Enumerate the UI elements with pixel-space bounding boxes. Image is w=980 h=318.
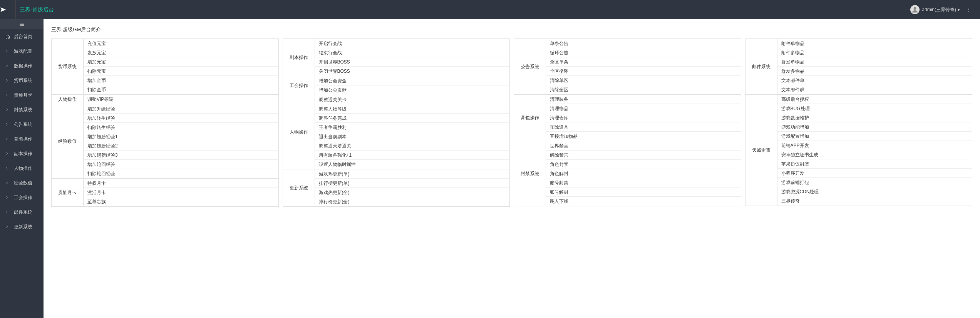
sidebar-item-6[interactable]: 公告系统	[0, 117, 44, 132]
feature-item[interactable]: 关闭世界BOSS	[315, 67, 510, 76]
feature-item[interactable]: 增加元宝	[84, 57, 279, 67]
feature-item[interactable]: 全区循环	[546, 67, 741, 76]
sidebar-item-12[interactable]: 邮件系统	[0, 205, 44, 219]
feature-item[interactable]: 附件多物品	[777, 48, 973, 57]
group-label: 货币系统	[51, 39, 84, 94]
feature-item[interactable]: 游戏功能增加	[777, 122, 973, 132]
feature-item[interactable]: 充值元宝	[84, 39, 279, 48]
chevron-right-icon	[5, 196, 11, 199]
feature-item[interactable]: 循环公告	[546, 48, 741, 57]
sidebar-item-10[interactable]: 经验数值	[0, 176, 44, 190]
feature-item[interactable]: 增加公会资金	[315, 76, 510, 85]
feature-item[interactable]: 清理装备	[546, 95, 741, 104]
feature-item[interactable]: 调整VIP等级	[84, 95, 279, 104]
sidebar-item-0[interactable]: 后台首页	[0, 29, 44, 44]
feature-item[interactable]: 排行榜更新(全)	[315, 197, 510, 206]
feature-item[interactable]: 踢人下线	[546, 197, 741, 206]
feature-item[interactable]: 扣除元宝	[84, 67, 279, 76]
feature-item[interactable]: 游戏数据维护	[777, 113, 973, 122]
sidebar-item-1[interactable]: 游戏配置	[0, 44, 44, 59]
feature-item[interactable]: 游戏BUG处理	[777, 104, 973, 113]
feature-item[interactable]: 全区单条	[546, 57, 741, 67]
user-dropdown-icon[interactable]: ▾	[958, 8, 960, 12]
feature-item[interactable]: 游戏资源CDN处理	[777, 187, 973, 196]
sidebar-item-7[interactable]: 背包操作	[0, 132, 44, 146]
sidebar-item-label: 工会操作	[14, 194, 32, 201]
feature-item[interactable]: 激活月卡	[84, 188, 279, 197]
feature-item[interactable]: 群发多物品	[777, 67, 973, 76]
feature-item[interactable]: 前端APP开发	[777, 141, 973, 150]
feature-item[interactable]: 清理仓库	[546, 113, 741, 122]
feature-item[interactable]: 王者争霸胜利	[315, 123, 510, 132]
sidebar-item-4[interactable]: 贵族月卡	[0, 88, 44, 102]
feature-item[interactable]: 调整人物等级	[315, 104, 510, 114]
feature-item[interactable]: 调整通天塔通关	[315, 141, 510, 151]
feature-item[interactable]: 文本邮件群	[777, 85, 973, 94]
feature-item[interactable]: 角色封禁	[546, 160, 741, 169]
sidebar-item-11[interactable]: 工会操作	[0, 190, 44, 205]
feature-item[interactable]: 排行榜更新(单)	[315, 179, 510, 188]
sidebar-collapse-button[interactable]	[0, 19, 44, 29]
feature-item[interactable]: 增加转生经验	[84, 114, 279, 123]
group-label: 贵族月卡	[51, 179, 84, 206]
feature-item[interactable]: 三界传奇	[777, 196, 973, 206]
group-label: 人物操作	[283, 95, 315, 169]
avatar[interactable]	[910, 5, 920, 14]
feature-item[interactable]: 特权月卡	[84, 179, 279, 188]
feature-item[interactable]: 扣除轮回经验	[84, 169, 279, 178]
feature-item[interactable]: 开启世界BOSS	[315, 57, 510, 67]
sidebar-item-2[interactable]: 数据操作	[0, 59, 44, 73]
chevron-right-icon	[5, 79, 11, 82]
feature-item[interactable]: 清除全区	[546, 85, 741, 94]
feature-item[interactable]: 增加翅膀经验3	[84, 151, 279, 160]
feature-item[interactable]: 清除单区	[546, 76, 741, 85]
feature-item[interactable]: 扣除转生经验	[84, 123, 279, 132]
feature-item[interactable]: 安卓独立证书生成	[777, 150, 973, 159]
feature-item[interactable]: 世界禁言	[546, 141, 741, 151]
feature-item[interactable]: 账号封禁	[546, 178, 741, 187]
feature-item[interactable]: 开启行会战	[315, 39, 510, 48]
chevron-right-icon	[5, 211, 11, 214]
feature-item[interactable]: 至尊贵族	[84, 197, 279, 206]
feature-item[interactable]: 增加公会贡献	[315, 85, 510, 95]
sidebar-item-5[interactable]: 封禁系统	[0, 102, 44, 117]
feature-item[interactable]: 发放元宝	[84, 48, 279, 57]
feature-item[interactable]: 游戏热更新(全)	[315, 188, 510, 197]
sidebar-item-8[interactable]: 副本操作	[0, 146, 44, 161]
feature-item[interactable]: 解除禁言	[546, 151, 741, 160]
feature-item[interactable]: 清理物品	[546, 104, 741, 113]
user-name[interactable]: admin(三界传奇)	[922, 7, 956, 13]
chevron-right-icon	[5, 137, 11, 141]
feature-item[interactable]: 单条公告	[546, 39, 741, 48]
feature-item[interactable]: 游戏前端打包	[777, 178, 973, 187]
feature-item[interactable]: 结束行会战	[315, 48, 510, 57]
feature-item[interactable]: 增加升级经验	[84, 104, 279, 114]
feature-item[interactable]: 增加翅膀经验2	[84, 141, 279, 151]
feature-item[interactable]: 所有装备强化+1	[315, 151, 510, 160]
feature-item[interactable]: 增加轮回经验	[84, 160, 279, 169]
feature-item[interactable]: 角色解封	[546, 169, 741, 178]
feature-item[interactable]: 扣除道具	[546, 122, 741, 132]
sidebar-item-9[interactable]: 人物操作	[0, 161, 44, 176]
feature-item[interactable]: 增加金币	[84, 76, 279, 85]
feature-item[interactable]: 直接增加物品	[546, 132, 741, 141]
feature-item[interactable]: 文本邮件单	[777, 76, 973, 85]
feature-item[interactable]: 游戏配置增加	[777, 132, 973, 141]
feature-item[interactable]: 设置人物临时属性	[315, 160, 510, 169]
feature-item[interactable]: 苹果协议封装	[777, 159, 973, 169]
feature-item[interactable]: 增加翅膀经验1	[84, 132, 279, 141]
more-menu-icon[interactable]: ⋮	[963, 7, 974, 12]
feature-item[interactable]: 游戏热更新(单)	[315, 169, 510, 179]
sidebar-item-label: 背包操作	[14, 136, 32, 142]
feature-item[interactable]: 调整任务完成	[315, 114, 510, 123]
feature-item[interactable]: 扣除金币	[84, 85, 279, 94]
feature-item[interactable]: 小程序开发	[777, 169, 973, 178]
feature-item[interactable]: 群发单物品	[777, 57, 973, 67]
feature-item[interactable]: 高级后台授权	[777, 95, 973, 104]
feature-item[interactable]: 账号解封	[546, 187, 741, 197]
sidebar-item-3[interactable]: 货币系统	[0, 73, 44, 88]
feature-item[interactable]: 退出当前副本	[315, 132, 510, 141]
feature-item[interactable]: 调整通关关卡	[315, 95, 510, 104]
sidebar-item-13[interactable]: 更新系统	[0, 219, 44, 234]
feature-item[interactable]: 附件单物品	[777, 39, 973, 48]
